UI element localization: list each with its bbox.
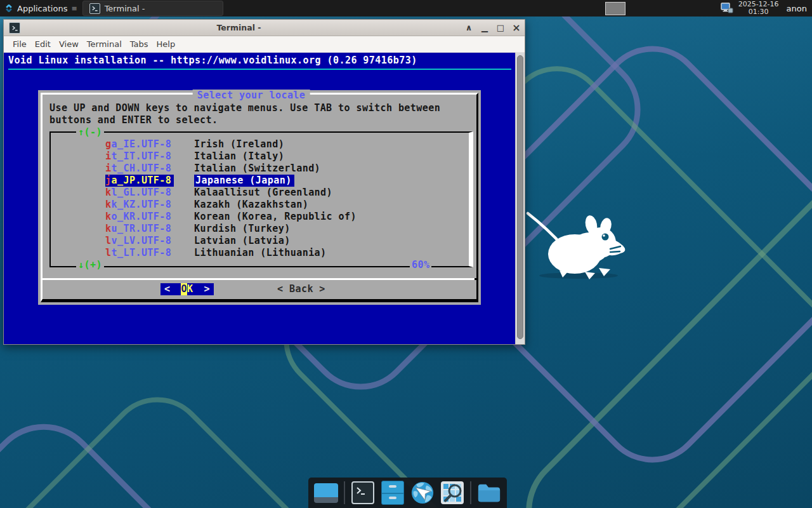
panel-clock[interactable]: 2025-12-16 01:30 — [738, 1, 779, 16]
locale-row[interactable]: ku_TR.UTF-8Kurdish (Turkey) — [51, 223, 469, 235]
terminal-window: Terminal - ∧ ▁ □ × File Edit View Termin… — [3, 19, 525, 345]
locale-row[interactable]: lv_LV.UTF-8Latvian (Latvia) — [51, 235, 469, 247]
file-manager-launcher[interactable] — [381, 481, 405, 505]
locale-list[interactable]: ga_IE.UTF-8Irish (Ireland)it_IT.UTF-8Ita… — [49, 131, 473, 267]
locale-dialog: Select your locale Use UP and DOWN keys … — [38, 90, 481, 305]
display-settings-icon[interactable] — [721, 3, 733, 14]
menu-edit[interactable]: Edit — [35, 39, 51, 49]
taskbar-button-label: Terminal - — [105, 4, 145, 13]
locale-row[interactable]: it_CH.UTF-8Italian (Switzerland) — [51, 163, 469, 175]
window-title: Terminal - — [4, 23, 474, 32]
dock — [308, 478, 507, 508]
clock-time: 01:30 — [738, 8, 779, 16]
dialog-instructions-line2: buttons and ENTER to select. — [49, 114, 218, 126]
scrollbar-thumb[interactable] — [517, 55, 523, 339]
void-linux-logo-icon — [4, 3, 14, 13]
window-titlebar[interactable]: Terminal - ∧ ▁ □ × — [4, 20, 525, 36]
menu-view[interactable]: View — [59, 39, 79, 49]
menu-file[interactable]: File — [13, 39, 27, 49]
dock-separator — [470, 481, 471, 504]
terminal-launcher[interactable] — [351, 481, 375, 505]
header-separator-line — [8, 69, 511, 70]
menu-help[interactable]: Help — [157, 39, 176, 49]
minimize-button[interactable]: ▁ — [480, 23, 489, 32]
app-finder-icon — [440, 481, 464, 505]
ok-after-cursor: K — [187, 283, 193, 295]
button-separator-line — [41, 278, 478, 280]
scroll-percent: 60% — [410, 259, 431, 271]
terminal-icon — [89, 3, 100, 14]
ok-button[interactable]: < O K > — [160, 283, 214, 295]
dock-separator — [344, 481, 345, 504]
folder-icon — [477, 482, 501, 504]
close-button[interactable]: × — [512, 22, 521, 34]
ok-cursor-char: O — [181, 283, 187, 295]
app-finder-launcher[interactable] — [440, 481, 464, 505]
terminal-icon — [351, 481, 374, 504]
locale-row[interactable]: kk_KZ.UTF-8Kazakh (Kazakhstan) — [51, 199, 469, 211]
locale-row[interactable]: kl_GL.UTF-8Kalaallisut (Greenland) — [51, 187, 469, 199]
applications-menu-button[interactable]: Applications — [0, 0, 71, 17]
workspace-switcher[interactable] — [605, 2, 625, 15]
locale-row[interactable]: it_IT.UTF-8Italian (Italy) — [51, 150, 469, 163]
locale-row[interactable]: ko_KR.UTF-8Korean (Korea, Republic of) — [51, 211, 469, 223]
ok-left-angle: < — [164, 283, 170, 295]
button-separator-cap — [475, 278, 478, 280]
username-label: anon — [787, 4, 807, 13]
dialog-title: Select your locale — [193, 90, 310, 102]
taskbar-button-terminal[interactable]: Terminal - — [82, 1, 223, 16]
folder-launcher[interactable] — [477, 481, 501, 505]
maximize-button[interactable]: □ — [496, 23, 505, 32]
menu-terminal[interactable]: Terminal — [87, 39, 122, 49]
locale-row[interactable]: ja_JP.UTF-8Japanese (Japan) — [51, 175, 469, 187]
shade-button[interactable]: ∧ — [464, 23, 473, 32]
locale-row[interactable]: lt_LT.UTF-8Lithuanian (Lithuania) — [51, 247, 469, 259]
menu-tabs[interactable]: Tabs — [130, 39, 148, 49]
panel-handle-icon: ≡ — [71, 4, 77, 13]
terminal-screen[interactable]: Void Linux installation -- https://www.v… — [4, 53, 515, 344]
show-desktop-icon — [314, 483, 338, 503]
window-menubar: File Edit View Terminal Tabs Help — [4, 36, 525, 53]
applications-label: Applications — [17, 4, 67, 13]
web-browser-launcher[interactable] — [410, 481, 435, 505]
xfce-mouse-logo-icon — [525, 210, 627, 279]
scroll-up-indicator[interactable]: ↑(-) — [76, 126, 104, 138]
dialog-instructions-line1: Use UP and DOWN keys to navigate menus. … — [49, 102, 440, 114]
ok-right-angle: > — [204, 283, 209, 295]
top-panel: Applications ≡ Terminal - 2025-12-16 01:… — [0, 0, 812, 17]
installer-header: Void Linux installation -- https://www.v… — [8, 55, 417, 67]
file-cabinet-icon — [381, 481, 404, 505]
back-button[interactable]: < Back > — [277, 283, 325, 295]
locale-row[interactable]: ga_IE.UTF-8Irish (Ireland) — [51, 138, 469, 150]
globe-browser-icon — [410, 480, 435, 505]
terminal-scrollbar[interactable] — [515, 53, 525, 344]
scroll-down-indicator[interactable]: ↓(+) — [76, 259, 104, 271]
show-desktop-button[interactable] — [314, 481, 338, 505]
